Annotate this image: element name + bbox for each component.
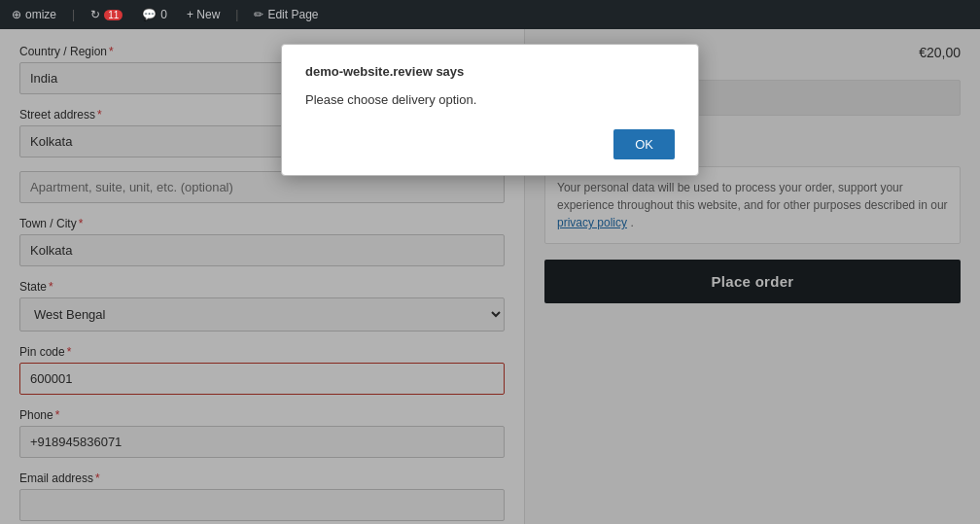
new-item-button[interactable]: + New [183,8,224,21]
new-label: + New [187,8,220,21]
comment-count: 0 [160,8,167,21]
pencil-icon: ✏ [254,8,263,21]
dialog-title: demo-website.review says [305,64,675,79]
comments-item[interactable]: 💬 0 [138,8,171,21]
dialog-overlay: demo-website.review says Please choose d… [0,29,980,524]
edit-page-button[interactable]: ✏ Edit Page [250,8,322,21]
dialog-ok-label: OK [635,137,653,152]
site-name-label: omize [25,8,56,21]
comment-icon: 💬 [142,8,157,21]
update-icon: ↻ [90,8,100,21]
separator-2: | [235,8,238,21]
admin-bar: ⊕ omize | ↻ 11 💬 0 + New | ✏ Edit Page [0,0,980,29]
edit-page-label: Edit Page [267,8,318,21]
main-content: Country / Region* Street address* Town /… [0,29,980,524]
alert-dialog: demo-website.review says Please choose d… [281,44,699,176]
update-badge: 11 [104,10,122,20]
dialog-message: Please choose delivery option. [305,90,675,110]
wp-logo-icon: ⊕ [12,8,21,21]
dialog-actions: OK [305,129,675,159]
separator-1: | [72,8,75,21]
updates-item[interactable]: ↻ 11 [87,8,126,21]
admin-bar-site[interactable]: ⊕ omize [8,8,60,21]
dialog-ok-button[interactable]: OK [613,129,675,159]
